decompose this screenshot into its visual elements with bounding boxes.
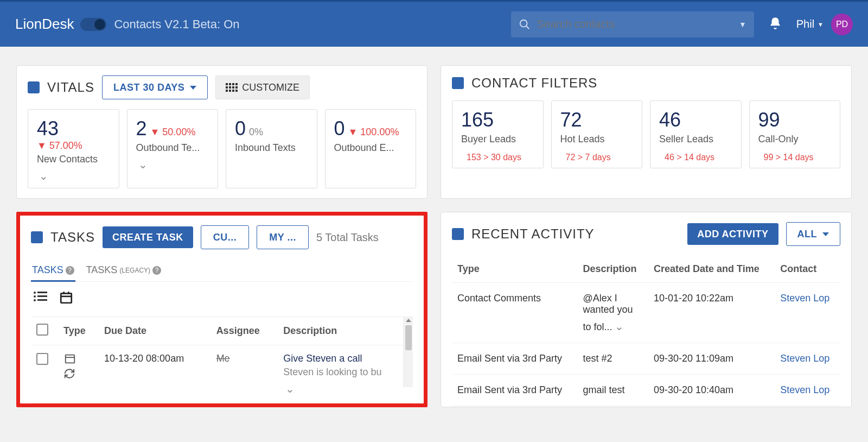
svg-rect-3 [37, 292, 47, 293]
col-assignee[interactable]: Assignee [211, 317, 278, 345]
activity-title: RECENT ACTIVITY [471, 226, 595, 242]
col-description[interactable]: Description [278, 317, 413, 345]
search-icon [519, 18, 531, 30]
task-checkbox[interactable] [36, 353, 48, 365]
user-menu[interactable]: Phil ▼ [796, 18, 824, 30]
task-assignee: Me [216, 353, 230, 364]
svg-point-2 [34, 292, 36, 294]
tasks-panel: TASKS CREATE TASK CU... MY ... 5 Total T… [20, 216, 424, 403]
list-view-icon[interactable] [33, 291, 48, 302]
panel-handle-icon [452, 77, 464, 89]
activity-desc: @Alex I wanted you to fol...⌄ [578, 283, 648, 343]
filter-stat[interactable]: 46Seller Leads46 > 14 days [650, 100, 742, 168]
activity-desc: test #2 [578, 343, 648, 375]
col-date[interactable]: Created Date and Time [648, 256, 775, 283]
table-row[interactable]: Email Sent via 3rd Partygmail test09-30-… [452, 375, 840, 406]
task-due: 10-13-20 08:00am [99, 345, 211, 403]
vital-stat[interactable]: 43▼ 57.00%New Contacts⌄ [28, 109, 119, 188]
activity-filter-dropdown[interactable]: ALL [786, 222, 841, 246]
notifications-icon[interactable] [768, 16, 782, 32]
filter-stat[interactable]: 165Buyer Leads153 > 30 days [452, 100, 544, 168]
tab-tasks[interactable]: TASKS ? [31, 259, 75, 281]
svg-line-1 [526, 26, 529, 29]
svg-rect-12 [66, 355, 75, 363]
activity-filter-label: ALL [797, 229, 818, 240]
help-icon[interactable]: ? [152, 266, 161, 275]
repeat-icon [63, 368, 75, 380]
svg-point-0 [520, 20, 527, 27]
scrollbar[interactable] [403, 317, 413, 387]
top-bar: LionDesk Contacts V2.1 Beta: On ▼ Phil ▼… [0, 0, 868, 47]
svg-rect-8 [61, 293, 72, 302]
vitals-customize-label: CUSTOMIZE [242, 82, 299, 93]
vitals-customize-button[interactable]: CUSTOMIZE [215, 75, 310, 99]
filters-title: CONTACT FILTERS [471, 75, 597, 91]
grid-icon [226, 83, 238, 92]
search-input[interactable] [537, 18, 739, 30]
recent-activity-panel: RECENT ACTIVITY ADD ACTIVITY ALL Type De… [441, 212, 852, 407]
user-name-label: Phil [796, 18, 814, 30]
vitals-title: VITALS [47, 80, 94, 95]
search-contacts[interactable]: ▼ [511, 11, 754, 37]
avatar[interactable]: PD [831, 14, 853, 35]
chevron-down-icon[interactable]: ⌄ [138, 158, 148, 171]
brand: LionDesk [15, 16, 74, 33]
col-due-date[interactable]: Due Date [99, 317, 211, 345]
panel-handle-icon [31, 231, 43, 243]
chevron-down-icon[interactable]: ▼ [739, 20, 746, 29]
task-desc: Give Steven a call [283, 353, 407, 364]
calendar-icon [63, 353, 76, 365]
vitals-panel: VITALS LAST 30 DAYS CUSTOMIZE 43▼ 57.00%… [16, 65, 427, 199]
tasks-highlight-box: TASKS CREATE TASK CU... MY ... 5 Total T… [16, 212, 427, 407]
select-all-checkbox[interactable] [36, 324, 48, 336]
tab-tasks-legacy[interactable]: TASKS (LEGACY) ? [85, 259, 162, 281]
activity-contact-link[interactable]: Steven Lop [780, 293, 829, 304]
activity-date: 09-30-20 10:40am [648, 375, 775, 406]
table-row[interactable]: Contact Comments@Alex I wanted you to fo… [452, 283, 840, 343]
activity-date: 09-30-20 11:09am [648, 343, 775, 375]
tasks-cu-button[interactable]: CU... [201, 225, 250, 249]
panel-handle-icon [452, 228, 464, 240]
tasks-total: 5 Total Tasks [316, 231, 379, 244]
tasks-table: Type Due Date Assignee Description 10-13… [31, 317, 413, 403]
svg-point-4 [34, 295, 36, 298]
vital-stat[interactable]: 00%Inbound Texts [226, 109, 317, 188]
vital-stat[interactable]: 0▼ 100.00%Outbound E... [325, 109, 417, 188]
calendar-view-icon[interactable] [59, 291, 73, 305]
col-contact[interactable]: Contact [775, 256, 840, 283]
add-activity-button[interactable]: ADD ACTIVITY [687, 223, 778, 245]
vitals-range-label: LAST 30 DAYS [113, 82, 184, 93]
beta-label: Contacts V2.1 Beta: On [114, 17, 239, 31]
contact-filters-panel: CONTACT FILTERS 165Buyer Leads153 > 30 d… [441, 65, 852, 199]
filter-stat[interactable]: 99Call-Only99 > 14 days [749, 100, 841, 168]
activity-type: Contact Comments [452, 283, 578, 343]
activity-desc: gmail test [578, 375, 648, 406]
caret-down-icon [190, 86, 196, 90]
help-icon[interactable]: ? [66, 266, 74, 275]
col-type[interactable]: Type [58, 317, 99, 345]
beta-toggle[interactable] [80, 18, 106, 31]
chevron-down-icon[interactable]: ⌄ [285, 382, 295, 395]
activity-contact-link[interactable]: Steven Lop [780, 384, 829, 395]
activity-contact-link[interactable]: Steven Lop [780, 353, 829, 364]
create-task-button[interactable]: CREATE TASK [103, 226, 193, 248]
activity-type: Email Sent via 3rd Party [452, 343, 578, 375]
activity-type: Email Sent via 3rd Party [452, 375, 578, 406]
panel-handle-icon [28, 81, 40, 93]
tasks-my-button[interactable]: MY ... [257, 225, 309, 249]
activity-table: Type Description Created Date and Time C… [452, 256, 840, 406]
col-type[interactable]: Type [452, 256, 578, 283]
table-row[interactable]: 10-13-20 08:00amMeGive Steven a callStev… [31, 345, 413, 403]
filter-stat[interactable]: 72Hot Leads72 > 7 days [551, 100, 643, 168]
table-row[interactable]: Email Sent via 3rd Partytest #209-30-20 … [452, 343, 840, 375]
col-description[interactable]: Description [578, 256, 648, 283]
vital-stat[interactable]: 2▼ 50.00%Outbound Te...⌄ [127, 109, 219, 188]
chevron-down-icon[interactable]: ⌄ [39, 169, 48, 182]
chevron-down-icon[interactable]: ⌄ [615, 320, 624, 333]
svg-rect-7 [37, 299, 47, 301]
task-desc-sub: Steven is looking to bu [283, 367, 407, 378]
vitals-range-dropdown[interactable]: LAST 30 DAYS [102, 75, 208, 99]
caret-down-icon: ▼ [818, 21, 824, 28]
svg-rect-5 [37, 295, 47, 297]
caret-down-icon [822, 232, 829, 236]
